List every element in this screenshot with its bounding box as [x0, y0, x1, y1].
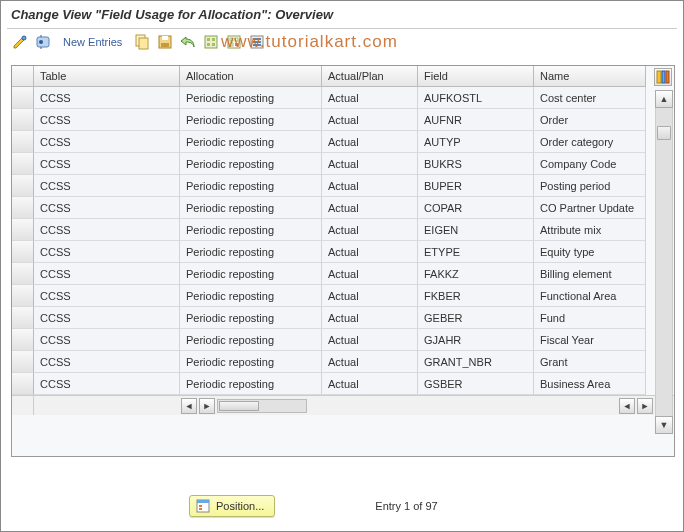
row-selector[interactable]: [12, 153, 34, 175]
cell-actual-plan[interactable]: Actual: [322, 373, 418, 395]
cell-allocation[interactable]: Periodic reposting: [180, 219, 322, 241]
cell-table[interactable]: CCSS: [34, 175, 180, 197]
cell-actual-plan[interactable]: Actual: [322, 351, 418, 373]
cell-actual-plan[interactable]: Actual: [322, 329, 418, 351]
table-row[interactable]: CCSSPeriodic repostingActualGEBERFund: [12, 307, 674, 329]
cell-name[interactable]: Fund: [534, 307, 646, 329]
cell-field[interactable]: FAKKZ: [418, 263, 534, 285]
table-row[interactable]: CCSSPeriodic repostingActualCOPARCO Part…: [12, 197, 674, 219]
cell-name[interactable]: Order: [534, 109, 646, 131]
toggle-display-change-icon[interactable]: [11, 33, 29, 51]
table-row[interactable]: CCSSPeriodic repostingActualAUFNROrder: [12, 109, 674, 131]
cell-table[interactable]: CCSS: [34, 241, 180, 263]
header-sel-cell[interactable]: [12, 66, 34, 87]
cell-allocation[interactable]: Periodic reposting: [180, 241, 322, 263]
cell-actual-plan[interactable]: Actual: [322, 87, 418, 109]
scroll-thumb[interactable]: [657, 126, 671, 140]
cell-actual-plan[interactable]: Actual: [322, 219, 418, 241]
table-row[interactable]: CCSSPeriodic repostingActualGRANT_NBRGra…: [12, 351, 674, 373]
column-header-table[interactable]: Table: [34, 66, 180, 87]
column-header-actual-plan[interactable]: Actual/Plan: [322, 66, 418, 87]
cell-field[interactable]: GRANT_NBR: [418, 351, 534, 373]
select-all-icon[interactable]: [202, 33, 220, 51]
cell-field[interactable]: ETYPE: [418, 241, 534, 263]
row-selector[interactable]: [12, 197, 34, 219]
cell-name[interactable]: Attribute mix: [534, 219, 646, 241]
scroll-up-button[interactable]: ▲: [655, 90, 673, 108]
new-entries-button[interactable]: New Entries: [57, 36, 128, 48]
cell-allocation[interactable]: Periodic reposting: [180, 329, 322, 351]
cell-actual-plan[interactable]: Actual: [322, 241, 418, 263]
row-selector[interactable]: [12, 241, 34, 263]
copy-icon[interactable]: [133, 33, 151, 51]
cell-actual-plan[interactable]: Actual: [322, 175, 418, 197]
table-row[interactable]: CCSSPeriodic repostingActualETYPEEquity …: [12, 241, 674, 263]
row-selector[interactable]: [12, 307, 34, 329]
cell-actual-plan[interactable]: Actual: [322, 285, 418, 307]
cell-allocation[interactable]: Periodic reposting: [180, 351, 322, 373]
scroll-down-button[interactable]: ▼: [655, 416, 673, 434]
cell-allocation[interactable]: Periodic reposting: [180, 263, 322, 285]
undo-icon[interactable]: [179, 33, 197, 51]
cell-name[interactable]: Company Code: [534, 153, 646, 175]
table-row[interactable]: CCSSPeriodic repostingActualAUFKOSTLCost…: [12, 87, 674, 109]
cell-table[interactable]: CCSS: [34, 329, 180, 351]
cell-table[interactable]: CCSS: [34, 285, 180, 307]
row-selector[interactable]: [12, 109, 34, 131]
cell-table[interactable]: CCSS: [34, 351, 180, 373]
cell-name[interactable]: Order category: [534, 131, 646, 153]
cell-name[interactable]: Fiscal Year: [534, 329, 646, 351]
cell-actual-plan[interactable]: Actual: [322, 109, 418, 131]
position-button[interactable]: Position...: [189, 495, 275, 517]
hscroll-thumb[interactable]: [219, 401, 259, 411]
other-view-icon[interactable]: [34, 33, 52, 51]
cell-allocation[interactable]: Periodic reposting: [180, 307, 322, 329]
row-selector[interactable]: [12, 263, 34, 285]
hscroll-left-button-2[interactable]: ◄: [619, 398, 635, 414]
configure-columns-button[interactable]: [654, 68, 672, 86]
cell-field[interactable]: COPAR: [418, 197, 534, 219]
hscroll-right-button-2[interactable]: ►: [637, 398, 653, 414]
hscroll-left-button[interactable]: ◄: [181, 398, 197, 414]
cell-allocation[interactable]: Periodic reposting: [180, 285, 322, 307]
cell-field[interactable]: AUFKOSTL: [418, 87, 534, 109]
row-selector[interactable]: [12, 131, 34, 153]
row-selector[interactable]: [12, 373, 34, 395]
table-row[interactable]: CCSSPeriodic repostingActualAUTYPOrder c…: [12, 131, 674, 153]
scroll-track[interactable]: [655, 108, 673, 416]
table-row[interactable]: CCSSPeriodic repostingActualFKBERFunctio…: [12, 285, 674, 307]
column-header-allocation[interactable]: Allocation: [180, 66, 322, 87]
table-row[interactable]: CCSSPeriodic repostingActualBUKRSCompany…: [12, 153, 674, 175]
cell-field[interactable]: EIGEN: [418, 219, 534, 241]
table-row[interactable]: CCSSPeriodic repostingActualFAKKZBilling…: [12, 263, 674, 285]
cell-allocation[interactable]: Periodic reposting: [180, 373, 322, 395]
cell-actual-plan[interactable]: Actual: [322, 263, 418, 285]
table-row[interactable]: CCSSPeriodic repostingActualEIGENAttribu…: [12, 219, 674, 241]
cell-actual-plan[interactable]: Actual: [322, 307, 418, 329]
table-row[interactable]: CCSSPeriodic repostingActualBUPERPosting…: [12, 175, 674, 197]
cell-table[interactable]: CCSS: [34, 373, 180, 395]
cell-table[interactable]: CCSS: [34, 263, 180, 285]
cell-table[interactable]: CCSS: [34, 307, 180, 329]
cell-allocation[interactable]: Periodic reposting: [180, 175, 322, 197]
cell-field[interactable]: GEBER: [418, 307, 534, 329]
cell-name[interactable]: Functional Area: [534, 285, 646, 307]
hscroll-right-button[interactable]: ►: [199, 398, 215, 414]
cell-table[interactable]: CCSS: [34, 131, 180, 153]
cell-field[interactable]: FKBER: [418, 285, 534, 307]
save-icon[interactable]: [156, 33, 174, 51]
cell-name[interactable]: Grant: [534, 351, 646, 373]
cell-name[interactable]: Business Area: [534, 373, 646, 395]
cell-name[interactable]: Posting period: [534, 175, 646, 197]
cell-name[interactable]: Billing element: [534, 263, 646, 285]
row-selector[interactable]: [12, 219, 34, 241]
cell-field[interactable]: AUFNR: [418, 109, 534, 131]
cell-field[interactable]: GJAHR: [418, 329, 534, 351]
column-header-field[interactable]: Field: [418, 66, 534, 87]
cell-allocation[interactable]: Periodic reposting: [180, 153, 322, 175]
cell-name[interactable]: Cost center: [534, 87, 646, 109]
cell-allocation[interactable]: Periodic reposting: [180, 109, 322, 131]
row-selector[interactable]: [12, 87, 34, 109]
cell-field[interactable]: AUTYP: [418, 131, 534, 153]
cell-field[interactable]: BUPER: [418, 175, 534, 197]
